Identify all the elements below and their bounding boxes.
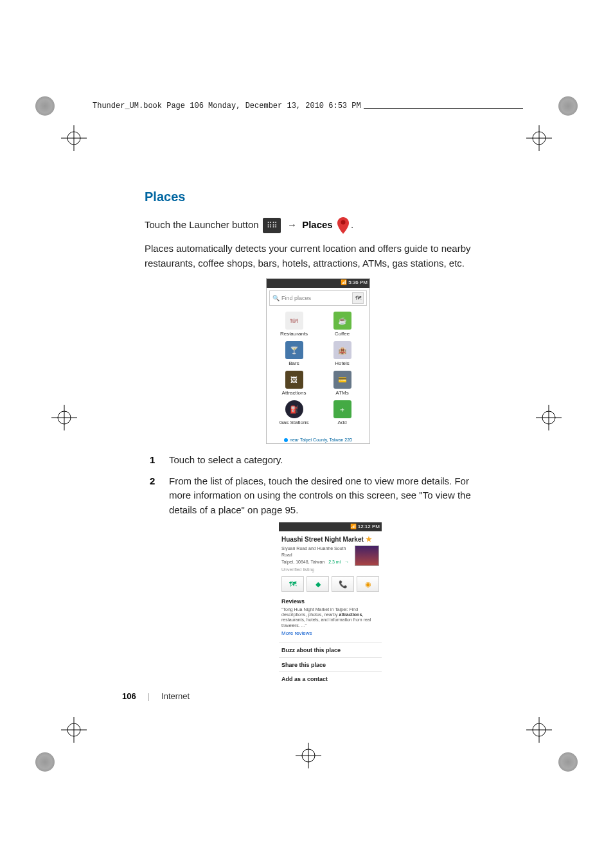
reviews-heading: Reviews [279,596,382,607]
map-button[interactable]: 🗺 [281,576,304,592]
intro-body: Places automatically detects your curren… [145,242,492,270]
hotels-icon: 🏨 [333,341,351,359]
search-icon: 🔍 [272,295,280,301]
current-location-line[interactable]: near Taipei County, Taiwan 220 [267,438,369,442]
footer-separator-icon: | [148,691,150,701]
crop-mark-icon [296,743,321,768]
category-label: Add [337,420,346,425]
svg-point-21 [341,220,345,225]
place-action-row: 🗺 ◆ 📞 ◉ [279,575,382,596]
category-label: Gas Stations [280,420,309,425]
signal-icon: 📶 [350,524,358,529]
step-2: From the list of places, touch the desir… [145,474,492,709]
launcher-icon: ⠿⠿ [263,218,281,233]
place-thumbnail[interactable] [355,545,379,566]
location-text: near Taipei County, Taiwan 220 [290,438,352,442]
page-footer: 106 | Internet [122,691,190,701]
category-label: Bars [289,360,299,366]
attractions-icon: 🖼 [285,371,303,389]
place-subinfo: Siyuan Road and Huanhe South Road Taipei… [279,545,382,567]
footer-chapter: Internet [161,691,190,701]
arrow-right-icon: → [287,218,297,233]
crop-mark-icon [61,125,87,151]
category-attractions[interactable]: 🖼 Attractions [271,369,317,396]
streetview-button[interactable]: ◉ [357,576,379,592]
step-1-text: Touch to select a category. [169,454,283,465]
bars-icon: 🍸 [285,341,303,359]
coffee-icon: ☕ [333,312,351,330]
step-2-text: From the list of places, touch the desir… [169,475,471,515]
call-button[interactable]: 📞 [332,576,354,592]
print-mark [558,96,578,116]
unverified-label: Unverified listing [279,567,382,576]
print-mark [35,752,55,772]
intro-prefix: Touch the Launcher button [145,219,262,230]
directions-icon: ◆ [315,579,321,590]
streetview-icon: ◉ [365,579,371,590]
places-pin-icon [337,217,350,234]
status-bar: 📶 12:12 PM [279,522,382,531]
place-detail-screenshot: 📶 12:12 PM Huashi Street Night Market ★ … [279,522,382,709]
signal-icon: 📶 [341,279,348,285]
status-time: 5:36 PM [348,279,368,285]
section-title: Places [145,190,492,204]
category-hotels[interactable]: 🏨 Hotels [319,339,366,366]
share-link[interactable]: Share this place [279,659,382,671]
place-distance: 2.3 mi [328,560,341,564]
category-gas[interactable]: ⛽ Gas Stations [271,398,317,425]
place-title-row: Huashi Street Night Market ★ [279,531,382,545]
category-label: Restaurants [280,331,308,337]
places-grid-screenshot: 📶 5:36 PM 🔍 Find places 🗺 🍽 Restaurants … [266,278,370,444]
place-address-line1: Siyuan Road and Huanhe South Road [281,545,355,559]
category-atms[interactable]: 💳 ATMs [319,369,366,396]
location-dot-icon [284,438,288,442]
crop-mark-icon [51,405,77,430]
atms-icon: 💳 [333,371,351,389]
crop-mark-icon [61,717,87,743]
intro-suffix: . [351,219,353,230]
status-bar: 📶 5:36 PM [267,279,369,288]
restaurants-icon: 🍽 [285,312,303,330]
category-label: Attractions [282,390,306,396]
intro-line: Touch the Launcher button ⠿⠿ → Places . [145,217,492,234]
gas-icon: ⛽ [285,400,303,418]
status-time: 12:12 PM [358,524,380,529]
divider [279,671,382,672]
phone-icon: 📞 [339,579,348,590]
crop-mark-icon [526,125,552,151]
place-title: Huashi Street Night Market [281,535,364,544]
search-placeholder: Find places [281,295,311,301]
category-bars[interactable]: 🍸 Bars [271,339,317,366]
map-mode-icon[interactable]: 🗺 [352,292,364,304]
print-mark [558,752,578,772]
category-restaurants[interactable]: 🍽 Restaurants [271,310,317,337]
distance-arrow-icon: → [344,560,349,564]
find-places-search[interactable]: 🔍 Find places 🗺 [269,290,367,306]
add-icon: ＋ [333,400,351,418]
step-1: Touch to select a category. [145,453,492,468]
add-contact-link[interactable]: Add as a contact [279,673,382,685]
running-header: Thunder_UM.book Page 106 Monday, Decembe… [90,102,364,111]
page-number: 106 [122,691,136,701]
divider [279,642,382,643]
review-snippet: "Tong Hua Night Market in Taipei: Find d… [279,607,382,629]
place-address-line2: Taipei, 10848, Taiwan [281,560,324,564]
crop-mark-icon [526,717,552,743]
category-label: Coffee [335,331,350,337]
places-category-grid: 🍽 Restaurants ☕ Coffee 🍸 Bars 🏨 Hotels 🖼 [267,308,369,427]
review-text-bold: attractions [339,612,362,617]
divider [279,657,382,658]
category-label: ATMs [335,390,348,396]
places-label: Places [302,219,333,230]
crop-mark-icon [536,405,562,430]
category-add[interactable]: ＋ Add [319,398,366,425]
category-label: Hotels [335,360,350,366]
star-icon[interactable]: ★ [366,534,372,545]
category-coffee[interactable]: ☕ Coffee [319,310,366,337]
buzz-link[interactable]: Buzz about this place [279,644,382,656]
more-reviews-link[interactable]: More reviews [279,628,382,641]
directions-button[interactable]: ◆ [306,576,329,592]
map-icon: 🗺 [289,579,296,590]
print-mark [35,96,55,116]
